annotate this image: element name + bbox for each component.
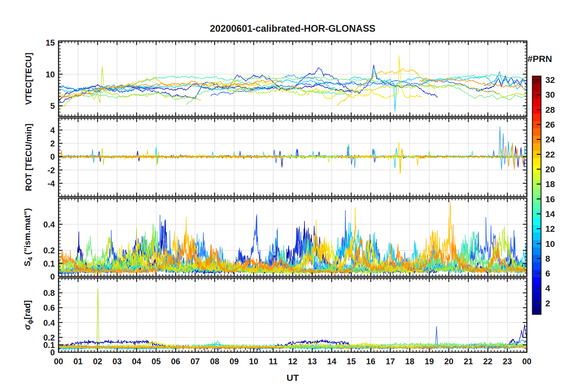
colorbar-tick-label: 10	[545, 239, 555, 249]
colorbar-tick-label: 16	[545, 194, 555, 204]
colorbar-block	[532, 113, 541, 121]
series-prn12	[349, 147, 527, 168]
x-tick-label: 15	[347, 357, 356, 366]
y-tick-label: 15	[46, 38, 55, 47]
x-tick-label: 21	[464, 357, 473, 366]
y-tick-label: 0.1	[43, 259, 55, 268]
colorbar-tick-label: 28	[545, 105, 555, 115]
colorbar-block	[532, 173, 541, 181]
colorbar-block	[532, 307, 541, 315]
y-tick-label: 0	[50, 272, 55, 281]
colorbar-tick-label: 30	[545, 90, 555, 100]
x-axis-label: UT	[287, 373, 299, 383]
colorbar-block	[532, 277, 541, 285]
series-prn22	[338, 68, 435, 105]
x-tick-label: 10	[249, 357, 258, 366]
x-tick-label: 05	[152, 357, 161, 366]
colorbar-tick-label: 8	[545, 254, 550, 263]
x-tick-label: 08	[210, 357, 219, 366]
x-tick-label: 19	[425, 357, 434, 366]
y-tick-label: 4	[50, 126, 55, 135]
figure-title: 20200601-calibrated-HOR-GLONASS	[210, 23, 376, 34]
x-tick-label: 17	[386, 357, 395, 366]
y-tick-label: 0.8	[43, 288, 55, 298]
colorbar-block	[532, 292, 541, 300]
y-tick-label: 0.6	[43, 303, 55, 312]
colorbar-tick-label: 4	[545, 284, 550, 293]
colorbar-block	[532, 158, 541, 166]
x-tick-label: 04	[132, 357, 141, 366]
panels-group: 51015VTEC[TECU]-4-2024ROT [TECU/min]00.1…	[22, 38, 531, 366]
y-tick-label: 0.2	[43, 246, 55, 255]
x-tick-label: 01	[73, 357, 83, 366]
x-tick-label: 09	[230, 357, 239, 366]
x-tick-label: 14	[327, 357, 336, 366]
colorbar-tick-label: 20	[545, 165, 555, 174]
colorbar-tick-label: 18	[545, 179, 555, 189]
colorbar-tick-label: 2	[545, 299, 550, 308]
colorbar-block	[532, 218, 541, 225]
x-tick-label: 20	[444, 357, 454, 366]
colorbar-tick-label: 22	[545, 150, 555, 159]
y-tick-label: -2	[47, 166, 55, 175]
colorbar-block	[532, 128, 541, 136]
x-tick-label: 07	[190, 357, 200, 366]
colorbar-tick-label: 6	[545, 269, 550, 278]
x-tick-label: 02	[93, 357, 102, 366]
colorbar-tick-label: 12	[545, 224, 555, 234]
x-tick-label: 22	[483, 357, 492, 366]
colorbar-block	[532, 188, 541, 195]
y-tick-label: -4	[47, 179, 55, 188]
panel-rot: -4-2024ROT [TECU/min]	[24, 118, 527, 197]
colorbar-label: #PRN	[527, 54, 552, 64]
colorbar-block	[532, 98, 541, 106]
y-axis-label-sigma: σϕ[rad]	[22, 300, 34, 330]
colorbar-tick-label: 26	[545, 120, 555, 129]
x-tick-label: 00	[522, 357, 531, 366]
x-tick-label: 12	[288, 357, 297, 366]
y-tick-label: 10	[46, 70, 55, 79]
colorbar-block	[532, 203, 541, 210]
colorbar-block	[532, 232, 541, 240]
colorbar-block	[532, 143, 541, 151]
panel-vtec: 51015VTEC[TECU]	[24, 38, 527, 116]
series-prn18	[59, 289, 201, 349]
x-tick-label: 23	[503, 357, 512, 366]
x-tick-label: 03	[112, 357, 122, 366]
x-tick-label: 16	[366, 357, 375, 366]
colorbar-group: 2468101214161820222426283032	[532, 75, 555, 315]
colorbar-tick-label: 14	[545, 209, 555, 219]
series-prn16	[186, 76, 527, 105]
x-tick-label: 13	[307, 357, 317, 366]
y-axis-label-vtec: VTEC[TECU]	[24, 53, 33, 105]
y-tick-label: 2	[50, 139, 55, 148]
y-tick-label: 0	[50, 152, 55, 161]
colorbar-tick-label: 32	[545, 75, 555, 85]
x-tick-label: 06	[171, 357, 180, 366]
panel-sigma: 00.10.20.40.60.8σϕ[rad]00010203040506070…	[22, 278, 531, 366]
colorbar-block	[532, 262, 541, 270]
y-tick-label: 5	[50, 101, 55, 111]
figure-container: 51015VTEC[TECU]-4-2024ROT [TECU/min]00.1…	[0, 0, 586, 392]
x-tick-label: 11	[269, 357, 278, 366]
x-tick-label: 00	[54, 357, 63, 366]
panel-s4: 00.10.20.4S4 ("ism.mat")	[22, 198, 527, 281]
y-tick-label: 0.2	[43, 333, 55, 342]
colorbar-block	[532, 247, 541, 255]
y-tick-label: 0.4	[43, 220, 55, 229]
y-axis-label-s4: S4 ("ism.mat")	[22, 208, 34, 266]
y-axis-label-rot: ROT [TECU/min]	[24, 124, 33, 191]
x-tick-label: 18	[405, 357, 414, 366]
series-prn18	[59, 67, 201, 108]
colorbar-block	[532, 84, 541, 91]
y-tick-label: 0.4	[43, 318, 55, 328]
glonass-four-panel-chart: 51015VTEC[TECU]-4-2024ROT [TECU/min]00.1…	[0, 0, 586, 392]
colorbar-tick-label: 24	[545, 135, 555, 144]
